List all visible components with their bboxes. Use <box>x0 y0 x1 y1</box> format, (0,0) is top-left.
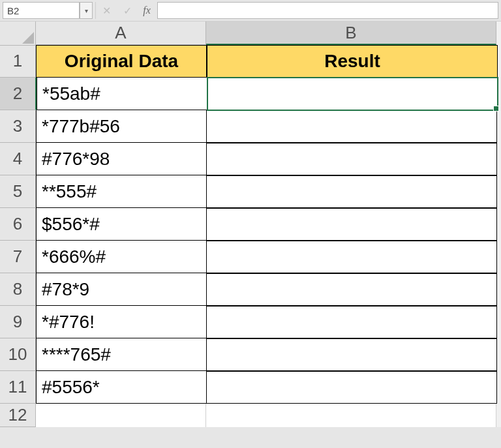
cell-A8[interactable]: #78*9 <box>36 273 207 306</box>
cell-B4[interactable] <box>207 143 497 175</box>
cell-A6[interactable]: $556*# <box>36 208 207 241</box>
cell-A10[interactable]: ****765# <box>36 338 207 371</box>
table-row: 6 $556*# <box>0 208 501 241</box>
cell-A1[interactable]: Original Data <box>36 45 207 78</box>
cell-B11[interactable] <box>207 371 497 404</box>
cell-B7[interactable] <box>207 241 497 273</box>
table-row: 7 *666%# <box>0 241 501 273</box>
table-row: 2 *55ab# <box>0 78 501 110</box>
cell-A3[interactable]: *777b#56 <box>36 110 207 143</box>
cell-B12[interactable] <box>206 404 496 427</box>
row-header-11[interactable]: 11 <box>0 371 36 404</box>
row-header-9[interactable]: 9 <box>0 306 36 338</box>
table-row: 3 *777b#56 <box>0 110 501 143</box>
table-row: 11 #5556* <box>0 371 501 404</box>
svg-marker-0 <box>22 32 34 44</box>
cell-A9[interactable]: *#776! <box>36 306 207 338</box>
cell-A7[interactable]: *666%# <box>36 241 207 273</box>
row-header-12[interactable]: 12 <box>0 404 36 427</box>
cell-A12[interactable] <box>36 404 206 427</box>
column-header-B[interactable]: B <box>206 22 496 45</box>
chevron-down-icon: ▾ <box>85 7 88 14</box>
cell-B6[interactable] <box>207 208 497 241</box>
cell-B1[interactable]: Result <box>207 45 498 78</box>
table-row: 4 #776*98 <box>0 143 501 175</box>
formula-input[interactable] <box>157 2 498 19</box>
row-header-2[interactable]: 2 <box>0 78 37 110</box>
row-header-8[interactable]: 8 <box>0 273 36 306</box>
column-header-A[interactable]: A <box>36 22 206 45</box>
select-all-corner[interactable] <box>0 22 36 46</box>
fx-icon[interactable]: fx <box>138 0 156 21</box>
table-row: 10 ****765# <box>0 338 501 371</box>
worksheet-grid: A B 1 Original Data Result 2 *55ab# 3 *7… <box>0 22 501 427</box>
formula-bar: B2 ▾ ✕ ✓ fx <box>0 0 501 22</box>
table-row: 12 <box>0 404 501 427</box>
cell-A2[interactable]: *55ab# <box>37 78 207 110</box>
name-box-dropdown[interactable]: ▾ <box>80 2 93 19</box>
table-row: 1 Original Data Result <box>0 45 501 78</box>
cancel-icon[interactable]: ✕ <box>96 0 117 21</box>
cell-B8[interactable] <box>207 273 497 306</box>
column-header-row: A B <box>0 22 501 45</box>
cell-B3[interactable] <box>207 110 497 143</box>
table-row: 8 #78*9 <box>0 273 501 306</box>
cell-A4[interactable]: #776*98 <box>36 143 207 175</box>
row-header-7[interactable]: 7 <box>0 241 36 273</box>
cell-B10[interactable] <box>207 338 497 371</box>
table-row: 5 **555# <box>0 175 501 208</box>
cell-A5[interactable]: **555# <box>36 175 207 208</box>
row-header-6[interactable]: 6 <box>0 208 36 241</box>
cell-B9[interactable] <box>207 306 497 338</box>
cell-B5[interactable] <box>207 175 497 208</box>
row-header-4[interactable]: 4 <box>0 143 36 175</box>
enter-icon[interactable]: ✓ <box>117 0 138 21</box>
cell-B2[interactable] <box>207 78 498 110</box>
row-header-10[interactable]: 10 <box>0 338 36 371</box>
cell-A11[interactable]: #5556* <box>36 371 207 404</box>
row-header-5[interactable]: 5 <box>0 175 36 208</box>
row-header-1[interactable]: 1 <box>0 45 36 78</box>
table-row: 9 *#776! <box>0 306 501 338</box>
row-header-3[interactable]: 3 <box>0 110 36 143</box>
name-box[interactable]: B2 <box>3 2 80 19</box>
